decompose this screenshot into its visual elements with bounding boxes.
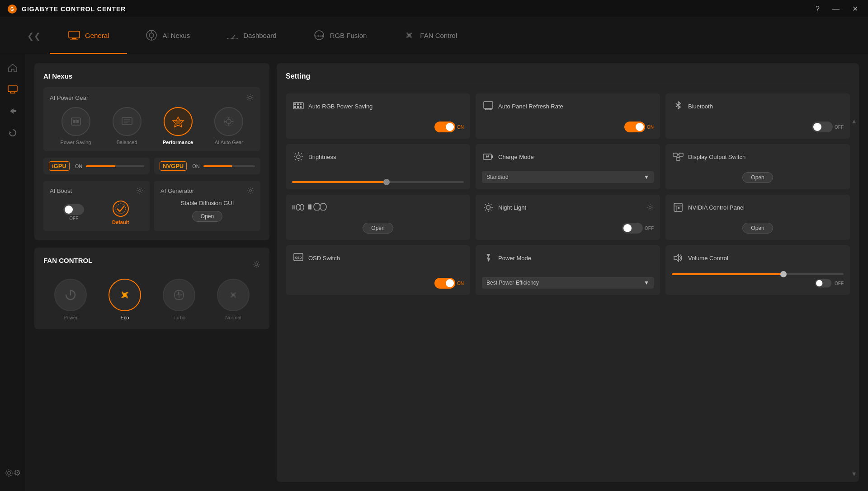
ai-pg-auto-gear[interactable]: AI Auto Gear bbox=[214, 107, 243, 145]
nvgpu-toggle[interactable]: NVGPU ON bbox=[154, 158, 260, 174]
ai-boost-gear-icon[interactable] bbox=[136, 187, 143, 194]
title-bar-controls: ? — ✕ bbox=[813, 4, 861, 14]
nvidia-open-button[interactable]: Open bbox=[742, 223, 773, 234]
help-button[interactable]: ? bbox=[813, 4, 822, 14]
tab-general[interactable]: General bbox=[50, 18, 127, 54]
svg-line-9 bbox=[232, 35, 235, 38]
osd-toggle[interactable] bbox=[434, 278, 455, 289]
setting-power-mode-name: Power Mode bbox=[498, 255, 531, 262]
left-panel: AI Nexus AI Power Gear bbox=[34, 63, 269, 482]
dolby-open-button[interactable]: Open bbox=[363, 223, 393, 234]
ai-power-gear-section: AI Power Gear bbox=[43, 87, 260, 151]
scroll-up-arrow[interactable]: ▲ bbox=[851, 117, 857, 125]
close-button[interactable]: ✕ bbox=[849, 4, 861, 14]
ai-pg-balanced[interactable]: Balanced bbox=[113, 107, 142, 145]
ai-pg-performance-icon bbox=[164, 107, 193, 136]
power-mode-dropdown[interactable]: Best Power Efficiency ▼ bbox=[482, 277, 654, 289]
fan-control-gear-icon[interactable] bbox=[252, 260, 260, 268]
bluetooth-toggle-label: OFF bbox=[835, 125, 844, 130]
setting-brightness-icon bbox=[292, 150, 305, 163]
bluetooth-toggle[interactable] bbox=[812, 122, 833, 132]
setting-bluetooth-header: Bluetooth bbox=[672, 100, 844, 112]
scroll-down-arrow[interactable]: ▼ bbox=[851, 470, 857, 477]
setting-volume: Volume Control bbox=[665, 245, 850, 295]
fan-normal-icon bbox=[217, 279, 250, 311]
fan-normal-option[interactable]: Normal bbox=[217, 279, 250, 320]
sidebar-item-refresh[interactable] bbox=[4, 124, 22, 142]
auto-panel-toggle[interactable] bbox=[624, 122, 645, 132]
fan-turbo-option[interactable]: Turbo bbox=[163, 279, 195, 320]
tab-rgb-fusion[interactable]: RGB RGB Fusion bbox=[295, 18, 385, 54]
ai-generator-header: AI Generator bbox=[160, 187, 254, 194]
sidebar-item-settings[interactable]: ⚙ bbox=[4, 464, 22, 482]
svg-rect-75 bbox=[310, 204, 311, 210]
svg-text:G: G bbox=[10, 7, 14, 12]
ai-generator-card: AI Generator Stable Diffusion GUI Open bbox=[154, 181, 260, 231]
night-light-toggle-track bbox=[622, 223, 643, 234]
svg-marker-17 bbox=[10, 108, 16, 114]
setting-auto-rgb-icon bbox=[292, 100, 305, 112]
setting-charge-mode: Charge Mode Standard ▼ bbox=[476, 144, 660, 189]
setting-brightness-control bbox=[292, 178, 464, 183]
setting-auto-panel-control: ON bbox=[482, 122, 654, 132]
ai-boost-title: AI Boost bbox=[50, 187, 72, 194]
brightness-slider-thumb bbox=[383, 179, 390, 185]
setting-dolby-header bbox=[292, 201, 464, 214]
svg-rect-13 bbox=[8, 86, 17, 92]
tab-dashboard[interactable]: Dashboard bbox=[208, 18, 294, 54]
display-output-open-button[interactable]: Open bbox=[742, 172, 773, 183]
svg-point-37 bbox=[255, 263, 258, 266]
nav-collapse-icon[interactable]: ❮❮ bbox=[27, 31, 41, 41]
auto-rgb-toggle[interactable] bbox=[434, 122, 455, 132]
setting-dolby-name bbox=[308, 203, 331, 212]
brightness-slider-track[interactable] bbox=[292, 181, 464, 183]
sidebar-item-display[interactable] bbox=[4, 80, 22, 98]
nvgpu-label: NVGPU bbox=[160, 161, 187, 171]
ai-pg-performance-label: Performance bbox=[163, 140, 193, 145]
setting-volume-icon bbox=[672, 252, 684, 264]
ai-pg-performance[interactable]: Performance bbox=[163, 107, 193, 145]
ai-generator-content: Stable Diffusion GUI Open bbox=[160, 200, 254, 222]
svg-line-86 bbox=[485, 210, 486, 210]
svg-rect-72 bbox=[296, 204, 300, 210]
setting-dolby: Open bbox=[286, 195, 470, 240]
setting-display-output-name: Display Output Switch bbox=[688, 154, 745, 160]
fan-eco-option[interactable]: Eco bbox=[108, 279, 141, 320]
fan-control-card: FAN CONTROL Power bbox=[34, 248, 269, 329]
igpu-toggle[interactable]: iGPU ON bbox=[43, 158, 150, 174]
ai-pg-power-saving[interactable]: Power Saving bbox=[61, 107, 91, 145]
svg-rect-2 bbox=[69, 31, 80, 38]
svg-rect-4 bbox=[70, 39, 78, 40]
tab-fan-control[interactable]: FAN Control bbox=[385, 18, 475, 54]
night-light-toggle[interactable] bbox=[622, 223, 643, 234]
ai-boost-badge-wrap: Default bbox=[112, 200, 130, 225]
tab-ai-nexus[interactable]: AI Nexus bbox=[127, 18, 208, 54]
ai-generator-open-button[interactable]: Open bbox=[192, 211, 222, 222]
setting-charge-mode-name: Charge Mode bbox=[498, 154, 534, 160]
bluetooth-toggle-track bbox=[812, 122, 833, 132]
fan-power-option[interactable]: Power bbox=[54, 279, 87, 320]
setting-display-output-icon bbox=[672, 150, 684, 163]
ai-generator-gear-icon[interactable] bbox=[247, 187, 254, 194]
charge-mode-dropdown[interactable]: Standard ▼ bbox=[482, 171, 654, 183]
volume-toggle[interactable] bbox=[815, 279, 832, 287]
general-tab-icon bbox=[68, 29, 80, 42]
ai-boost-toggle[interactable] bbox=[63, 204, 84, 215]
ai-boost-content: OFF Default bbox=[50, 200, 143, 225]
minimize-button[interactable]: — bbox=[830, 4, 842, 14]
svg-rect-76 bbox=[314, 203, 320, 210]
setting-auto-panel: Auto Panel Refresh Rate ON bbox=[476, 94, 660, 139]
ai-pg-power-saving-label: Power Saving bbox=[61, 140, 91, 145]
night-light-gear-icon[interactable] bbox=[646, 204, 654, 211]
setting-auto-panel-header: Auto Panel Refresh Rate bbox=[482, 100, 654, 112]
igpu-status: ON bbox=[75, 164, 83, 169]
sidebar-item-home[interactable] bbox=[4, 59, 22, 77]
setting-auto-rgb-header: Auto RGB Power Saving bbox=[292, 100, 464, 112]
svg-text:RGB: RGB bbox=[315, 34, 323, 38]
sidebar-item-arrow[interactable] bbox=[4, 102, 22, 120]
volume-slider-track[interactable] bbox=[672, 273, 844, 275]
setting-brightness-header: Brightness bbox=[292, 150, 464, 163]
ai-pg-gear-icon[interactable] bbox=[246, 94, 254, 102]
settings-title: Setting bbox=[286, 72, 850, 86]
setting-bluetooth-control: OFF bbox=[672, 122, 844, 132]
